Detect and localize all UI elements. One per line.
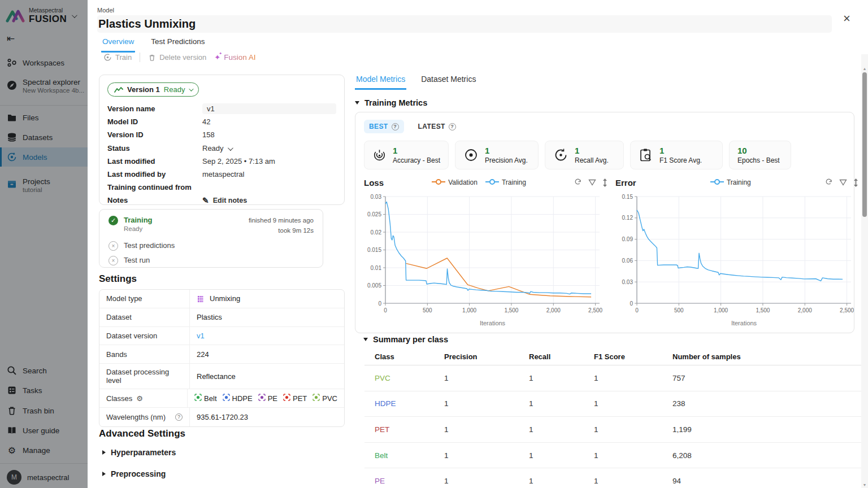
fusion-ai-button[interactable]: ✦✦ Fusion AI: [214, 53, 255, 62]
edit-notes-button[interactable]: ✎Edit notes: [202, 196, 336, 205]
summary-per-class-header[interactable]: Summary per class: [363, 335, 448, 344]
model-id-label: Model ID: [107, 117, 202, 126]
metric-cards: 1 Accuracy - Best 1 Precision Avg. 1 Rec…: [364, 141, 845, 169]
model-tabs: Overview Test Predictions: [101, 35, 206, 53]
filter-icon[interactable]: [839, 179, 847, 186]
svg-text:0.03: 0.03: [371, 194, 382, 200]
step-label: Test run: [124, 256, 150, 264]
dataset-version-link[interactable]: v1: [197, 332, 205, 340]
status-dropdown[interactable]: Ready: [202, 144, 336, 152]
settings-row-processing-level: Dataset processing level Reflectance: [99, 364, 344, 389]
scrollbar-thumb[interactable]: [862, 72, 867, 217]
svg-text:2,500: 2,500: [840, 307, 854, 313]
chart-title: Loss: [364, 178, 384, 188]
notes-label: Notes: [107, 196, 202, 204]
svg-text:0.15: 0.15: [622, 194, 633, 200]
model-panel: Model Plastics Unmixing × Overview Test …: [88, 0, 868, 488]
metric-label: Epochs - Best: [737, 156, 780, 164]
metric-card-f1: 1 F1 Score Avg.: [630, 141, 723, 169]
error-legend: Training: [710, 178, 751, 186]
metric-value: 1: [393, 146, 440, 155]
help-icon[interactable]: ?: [392, 123, 399, 130]
version-id-label: Version ID: [107, 130, 202, 139]
svg-text:2,000: 2,000: [546, 307, 561, 313]
trash-icon: [148, 54, 156, 62]
advanced-settings-heading: Advanced Settings: [99, 428, 185, 439]
legend-training[interactable]: Training: [485, 178, 526, 186]
best-toggle[interactable]: BEST?: [364, 120, 404, 133]
model-title-field[interactable]: Plastics Unmixing: [97, 15, 832, 33]
resize-vertical-icon[interactable]: [602, 178, 607, 187]
chevron-right-icon: [102, 472, 106, 476]
class-link[interactable]: PET: [375, 425, 444, 434]
tab-test-predictions[interactable]: Test Predictions: [150, 35, 206, 53]
classes-gear-icon[interactable]: ⚙: [136, 394, 143, 403]
table-row: HDPE 111238: [364, 391, 868, 417]
resize-vertical-icon[interactable]: [853, 178, 858, 187]
svg-text:500: 500: [674, 307, 684, 313]
legend-validation[interactable]: Validation: [432, 178, 478, 186]
training-status-card: ✓ Training Ready finished 9 minutes ago …: [99, 209, 323, 268]
zoom-reset-icon[interactable]: [825, 178, 833, 186]
svg-text:0.01: 0.01: [371, 265, 382, 271]
class-link[interactable]: Belt: [375, 451, 444, 460]
step-training: ✓ Training Ready finished 9 minutes ago …: [108, 216, 314, 236]
version-selector[interactable]: Version 1 Ready: [107, 82, 199, 97]
status-label: Status: [107, 144, 202, 152]
metric-value: 1: [659, 146, 702, 155]
best-latest-toggle: BEST? LATEST?: [364, 120, 845, 133]
preprocessing-expander[interactable]: Preprocessing: [102, 469, 166, 478]
metric-label: Accuracy - Best: [393, 156, 440, 164]
class-chip: PET: [283, 394, 307, 403]
modal-overlay[interactable]: [0, 0, 88, 488]
settings-row-bands: Bands 224: [99, 345, 344, 364]
training-metrics-header[interactable]: Training Metrics: [355, 98, 427, 107]
delete-version-button[interactable]: Delete version: [148, 53, 206, 62]
settings-row-model-type: Model type Unmixing: [99, 290, 344, 308]
svg-text:1,500: 1,500: [504, 307, 518, 313]
version-name-label: Version name: [107, 104, 202, 113]
scrollbar[interactable]: ▲ ▼: [861, 54, 868, 488]
toolbar: Train Delete version ✦✦ Fusion AI: [103, 53, 255, 62]
step-test-predictions: × Test predictions: [108, 241, 314, 251]
toolbar-separator: [140, 53, 140, 62]
filter-icon[interactable]: [588, 179, 596, 186]
legend-marker-icon: [710, 178, 724, 186]
class-link[interactable]: HDPE: [375, 399, 444, 408]
tab-dataset-metrics[interactable]: Dataset Metrics: [420, 73, 477, 90]
class-icon: [313, 394, 320, 403]
close-icon[interactable]: ×: [843, 12, 850, 25]
help-icon[interactable]: ?: [449, 123, 456, 130]
chevron-down-icon: [189, 86, 194, 91]
zoom-reset-icon[interactable]: [574, 178, 582, 186]
train-button[interactable]: Train: [103, 53, 132, 62]
legend-marker-icon: [485, 178, 499, 186]
scrollbar-down-icon[interactable]: ▼: [861, 483, 868, 487]
hyperparameters-expander[interactable]: Hyperparameters: [102, 448, 176, 457]
metric-label: Precision Avg.: [485, 156, 528, 164]
summary-header-row: ClassPrecisionRecallF1 ScoreNumber of sa…: [364, 348, 868, 365]
class-chip: PVC: [313, 394, 337, 403]
last-modified-value: Sep 2, 2025 • 7:13 am: [202, 157, 336, 165]
legend-training[interactable]: Training: [710, 178, 751, 186]
class-icon: [223, 394, 230, 403]
svg-text:1,000: 1,000: [462, 307, 476, 313]
svg-text:0.06: 0.06: [622, 258, 633, 264]
last-modified-label: Last modified: [107, 157, 202, 165]
version-name-input[interactable]: v1: [202, 103, 336, 114]
class-link[interactable]: PVC: [375, 374, 444, 382]
latest-toggle[interactable]: LATEST?: [413, 120, 461, 133]
scrollbar-up-icon[interactable]: ▲: [861, 67, 868, 71]
train-icon: [103, 53, 112, 62]
loss-legend: Validation Training: [432, 178, 526, 186]
help-icon[interactable]: ?: [175, 413, 183, 421]
tab-overview[interactable]: Overview: [101, 35, 135, 53]
svg-text:1,500: 1,500: [756, 307, 770, 313]
class-icon: [283, 394, 290, 403]
class-link[interactable]: PE: [375, 477, 444, 485]
error-chart: Error Training 05001,0001,5002,0002,5000…: [615, 175, 858, 331]
loss-chart-plot[interactable]: 05001,0001,5002,0002,50000.0050.010.0150…: [364, 190, 607, 331]
tab-model-metrics[interactable]: Model Metrics: [355, 73, 406, 90]
error-chart-plot[interactable]: 05001,0001,5002,0002,50000.030.060.090.1…: [615, 190, 858, 331]
last-modified-by-value: metaspectral: [202, 170, 336, 178]
